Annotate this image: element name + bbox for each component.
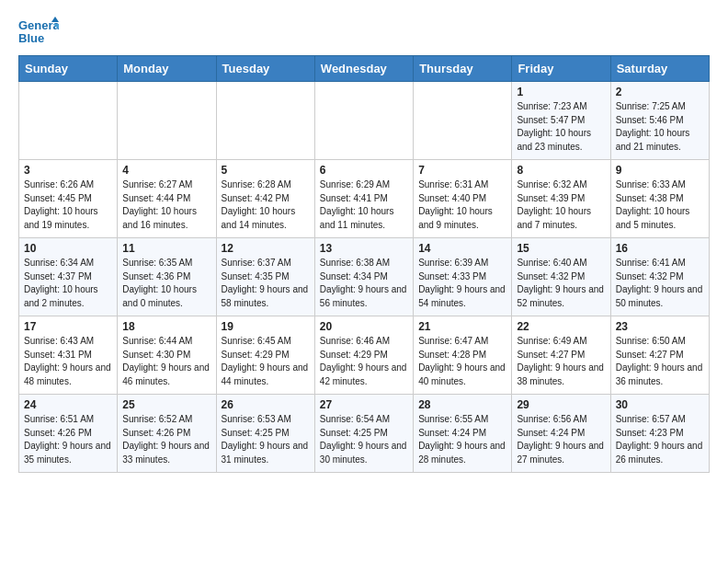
day-info: Sunrise: 6:56 AM Sunset: 4:24 PM Dayligh… <box>517 413 605 466</box>
day-info: Sunrise: 6:38 AM Sunset: 4:34 PM Dayligh… <box>320 257 408 310</box>
week-row-4: 17Sunrise: 6:43 AM Sunset: 4:31 PM Dayli… <box>19 316 710 395</box>
day-cell: 28Sunrise: 6:55 AM Sunset: 4:24 PM Dayli… <box>414 395 512 473</box>
day-number: 19 <box>222 320 310 333</box>
day-info: Sunrise: 7:25 AM Sunset: 5:46 PM Dayligh… <box>616 100 704 154</box>
day-number: 26 <box>222 398 310 411</box>
day-info: Sunrise: 6:32 AM Sunset: 4:39 PM Dayligh… <box>517 178 605 232</box>
weekday-header-monday: Monday <box>118 56 216 82</box>
day-info: Sunrise: 6:40 AM Sunset: 4:32 PM Dayligh… <box>517 257 605 310</box>
day-number: 2 <box>616 86 704 98</box>
day-info: Sunrise: 6:54 AM Sunset: 4:25 PM Dayligh… <box>320 413 408 466</box>
day-number: 10 <box>24 242 112 255</box>
day-info: Sunrise: 6:28 AM Sunset: 4:42 PM Dayligh… <box>222 178 310 232</box>
day-cell: 9Sunrise: 6:33 AM Sunset: 4:38 PM Daylig… <box>610 160 709 238</box>
day-cell: 21Sunrise: 6:47 AM Sunset: 4:28 PM Dayli… <box>414 316 512 395</box>
day-number: 20 <box>320 320 408 333</box>
day-info: Sunrise: 6:27 AM Sunset: 4:44 PM Dayligh… <box>122 178 210 232</box>
day-info: Sunrise: 6:39 AM Sunset: 4:33 PM Dayligh… <box>418 257 506 310</box>
weekday-header-tuesday: Tuesday <box>216 56 314 82</box>
day-cell: 30Sunrise: 6:57 AM Sunset: 4:23 PM Dayli… <box>610 395 709 473</box>
day-cell: 11Sunrise: 6:35 AM Sunset: 4:36 PM Dayli… <box>118 238 216 316</box>
day-number: 14 <box>418 242 506 255</box>
day-info: Sunrise: 6:57 AM Sunset: 4:23 PM Dayligh… <box>616 413 704 466</box>
day-info: Sunrise: 6:44 AM Sunset: 4:30 PM Dayligh… <box>122 335 210 388</box>
day-cell: 26Sunrise: 6:53 AM Sunset: 4:25 PM Dayli… <box>216 395 314 473</box>
day-cell <box>118 82 216 160</box>
day-info: Sunrise: 6:53 AM Sunset: 4:25 PM Dayligh… <box>222 413 310 466</box>
day-number: 9 <box>616 164 704 177</box>
day-number: 12 <box>222 242 310 255</box>
day-cell: 10Sunrise: 6:34 AM Sunset: 4:37 PM Dayli… <box>19 238 118 316</box>
day-number: 18 <box>122 320 210 333</box>
day-cell: 20Sunrise: 6:46 AM Sunset: 4:29 PM Dayli… <box>314 316 413 395</box>
day-number: 16 <box>616 242 704 255</box>
day-info: Sunrise: 6:45 AM Sunset: 4:29 PM Dayligh… <box>222 335 310 388</box>
day-info: Sunrise: 6:55 AM Sunset: 4:24 PM Dayligh… <box>418 413 506 466</box>
day-number: 7 <box>418 164 506 177</box>
day-cell: 18Sunrise: 6:44 AM Sunset: 4:30 PM Dayli… <box>118 316 216 395</box>
day-cell: 4Sunrise: 6:27 AM Sunset: 4:44 PM Daylig… <box>118 160 216 238</box>
day-cell: 5Sunrise: 6:28 AM Sunset: 4:42 PM Daylig… <box>216 160 314 238</box>
day-cell: 22Sunrise: 6:49 AM Sunset: 4:27 PM Dayli… <box>512 316 610 395</box>
day-number: 11 <box>122 242 210 255</box>
weekday-header-friday: Friday <box>512 56 610 82</box>
day-info: Sunrise: 6:37 AM Sunset: 4:35 PM Dayligh… <box>222 257 310 310</box>
day-info: Sunrise: 6:31 AM Sunset: 4:40 PM Dayligh… <box>418 178 506 232</box>
day-number: 8 <box>517 164 605 177</box>
day-number: 1 <box>517 86 605 98</box>
day-cell <box>19 82 118 160</box>
day-cell: 24Sunrise: 6:51 AM Sunset: 4:26 PM Dayli… <box>19 395 118 473</box>
day-cell: 29Sunrise: 6:56 AM Sunset: 4:24 PM Dayli… <box>512 395 610 473</box>
day-info: Sunrise: 6:49 AM Sunset: 4:27 PM Dayligh… <box>517 335 605 388</box>
day-cell: 17Sunrise: 6:43 AM Sunset: 4:31 PM Dayli… <box>19 316 118 395</box>
day-number: 25 <box>122 398 210 411</box>
week-row-5: 24Sunrise: 6:51 AM Sunset: 4:26 PM Dayli… <box>19 395 710 473</box>
day-cell: 27Sunrise: 6:54 AM Sunset: 4:25 PM Dayli… <box>314 395 413 473</box>
day-cell: 19Sunrise: 6:45 AM Sunset: 4:29 PM Dayli… <box>216 316 314 395</box>
weekday-header-thursday: Thursday <box>414 56 512 82</box>
calendar-table: SundayMondayTuesdayWednesdayThursdayFrid… <box>18 55 710 473</box>
day-number: 5 <box>222 164 310 177</box>
week-row-2: 3Sunrise: 6:26 AM Sunset: 4:45 PM Daylig… <box>19 160 710 238</box>
day-info: Sunrise: 6:35 AM Sunset: 4:36 PM Dayligh… <box>122 257 210 310</box>
day-cell <box>314 82 413 160</box>
day-cell: 23Sunrise: 6:50 AM Sunset: 4:27 PM Dayli… <box>610 316 709 395</box>
week-row-1: 1Sunrise: 7:23 AM Sunset: 5:47 PM Daylig… <box>19 82 710 160</box>
day-info: Sunrise: 6:50 AM Sunset: 4:27 PM Dayligh… <box>616 335 704 388</box>
day-number: 17 <box>24 320 112 333</box>
day-number: 22 <box>517 320 605 333</box>
day-info: Sunrise: 6:34 AM Sunset: 4:37 PM Dayligh… <box>24 257 112 310</box>
day-info: Sunrise: 6:46 AM Sunset: 4:29 PM Dayligh… <box>320 335 408 388</box>
day-info: Sunrise: 6:29 AM Sunset: 4:41 PM Dayligh… <box>320 178 408 232</box>
day-cell: 7Sunrise: 6:31 AM Sunset: 4:40 PM Daylig… <box>414 160 512 238</box>
svg-text:Blue: Blue <box>18 31 44 45</box>
day-number: 15 <box>517 242 605 255</box>
day-cell: 16Sunrise: 6:41 AM Sunset: 4:32 PM Dayli… <box>610 238 709 316</box>
day-info: Sunrise: 6:41 AM Sunset: 4:32 PM Dayligh… <box>616 257 704 310</box>
weekday-header-wednesday: Wednesday <box>314 56 413 82</box>
day-cell: 3Sunrise: 6:26 AM Sunset: 4:45 PM Daylig… <box>19 160 118 238</box>
day-cell: 1Sunrise: 7:23 AM Sunset: 5:47 PM Daylig… <box>512 82 610 160</box>
weekday-header-sunday: Sunday <box>19 56 118 82</box>
day-number: 3 <box>24 164 112 177</box>
day-cell: 13Sunrise: 6:38 AM Sunset: 4:34 PM Dayli… <box>314 238 413 316</box>
week-row-3: 10Sunrise: 6:34 AM Sunset: 4:37 PM Dayli… <box>19 238 710 316</box>
day-number: 4 <box>122 164 210 177</box>
day-cell: 2Sunrise: 7:25 AM Sunset: 5:46 PM Daylig… <box>610 82 709 160</box>
day-number: 30 <box>616 398 704 411</box>
weekday-header-row: SundayMondayTuesdayWednesdayThursdayFrid… <box>19 56 710 82</box>
day-number: 28 <box>418 398 506 411</box>
day-cell: 12Sunrise: 6:37 AM Sunset: 4:35 PM Dayli… <box>216 238 314 316</box>
day-cell: 15Sunrise: 6:40 AM Sunset: 4:32 PM Dayli… <box>512 238 610 316</box>
day-cell: 25Sunrise: 6:52 AM Sunset: 4:26 PM Dayli… <box>118 395 216 473</box>
day-number: 21 <box>418 320 506 333</box>
day-info: Sunrise: 6:51 AM Sunset: 4:26 PM Dayligh… <box>24 413 112 466</box>
day-number: 24 <box>24 398 112 411</box>
day-info: Sunrise: 7:23 AM Sunset: 5:47 PM Dayligh… <box>517 100 605 154</box>
weekday-header-saturday: Saturday <box>610 56 709 82</box>
day-cell: 6Sunrise: 6:29 AM Sunset: 4:41 PM Daylig… <box>314 160 413 238</box>
day-number: 29 <box>517 398 605 411</box>
day-number: 6 <box>320 164 408 177</box>
day-info: Sunrise: 6:52 AM Sunset: 4:26 PM Dayligh… <box>122 413 210 466</box>
day-info: Sunrise: 6:26 AM Sunset: 4:45 PM Dayligh… <box>24 178 112 232</box>
